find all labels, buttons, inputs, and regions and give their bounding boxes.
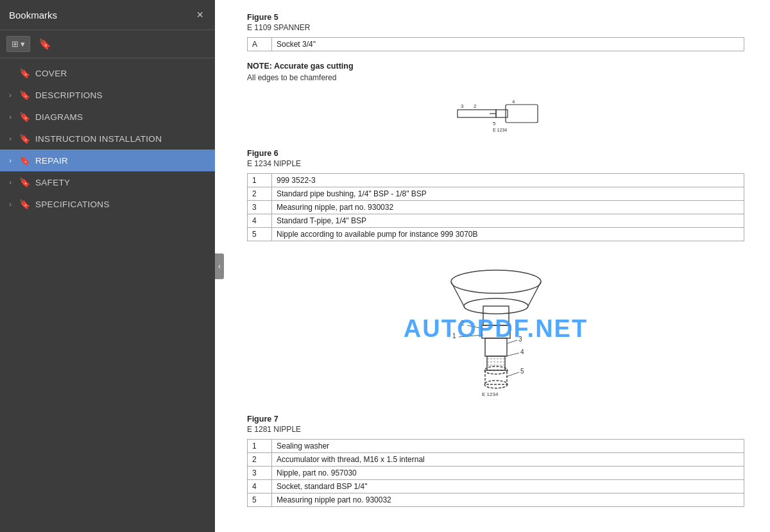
table-cell: 2 [248, 187, 272, 201]
bookmark-icon-cover: 🔖 [19, 68, 30, 78]
sidebar-close-button[interactable]: × [194, 8, 206, 22]
sidebar-item-specifications[interactable]: › 🔖 SPECIFICATIONS [0, 193, 215, 215]
sidebar-title: Bookmarks [9, 10, 57, 21]
svg-text:4: 4 [512, 99, 515, 105]
figure7-section: Figure 7 E 1281 NIPPLE 1 Sealing washer … [247, 415, 744, 507]
grid-icon: ⊞ [12, 39, 19, 49]
table-cell: A [248, 38, 272, 51]
svg-rect-1 [506, 105, 538, 123]
bookmark-icon-descriptions: 🔖 [19, 90, 30, 100]
table-row: 1 Sealing washer [248, 440, 744, 453]
table-cell: 2 [248, 453, 272, 467]
table-cell: 3 [248, 201, 272, 214]
figure7-title: Figure 7 [247, 415, 744, 424]
figure6-table: 1 999 3522-3 2 Standard pipe bushing, 1/… [247, 173, 744, 241]
sidebar-item-label-instruction: INSTRUCTION INSTALLATION [35, 134, 207, 144]
svg-rect-15 [485, 338, 507, 356]
svg-text:E 1234: E 1234 [482, 391, 499, 397]
collapse-arrow-icon: ‹ [218, 262, 221, 271]
chevron-repair: › [6, 157, 14, 164]
sidebar-header: Bookmarks × [0, 0, 215, 30]
sidebar-item-repair[interactable]: › 🔖 REPAIR [0, 150, 215, 171]
bookmark-icon-repair: 🔖 [19, 155, 30, 166]
table-cell: 1 [248, 174, 272, 187]
figure6-subtitle: E 1234 NIPPLE [247, 159, 744, 168]
table-cell: 999 3522-3 [272, 174, 744, 187]
table-cell: 3 [248, 467, 272, 480]
svg-rect-21 [485, 370, 507, 384]
svg-line-33 [506, 372, 519, 377]
figure6-title: Figure 6 [247, 149, 744, 158]
table-cell: Nipple according to available pump for i… [272, 228, 744, 241]
sidebar-item-diagrams[interactable]: › 🔖 DIAGRAMS [0, 106, 215, 128]
sidebar-item-safety[interactable]: › 🔖 SAFETY [0, 171, 215, 193]
sidebar-item-descriptions[interactable]: › 🔖 DESCRIPTIONS [0, 84, 215, 106]
table-row: 2 Accumulator with thread, M16 x 1.5 int… [248, 453, 744, 467]
table-row: 3 Measuring nipple, part no. 930032 [248, 201, 744, 214]
sidebar-item-label-repair: REPAIR [35, 156, 207, 166]
chevron-descriptions: › [6, 91, 14, 99]
table-cell: 4 [248, 214, 272, 228]
chevron-safety: › [6, 178, 14, 186]
table-cell: Socket, standard BSP 1/4" [272, 480, 744, 493]
chevron-instruction: › [6, 135, 14, 142]
sidebar-item-label-specifications: SPECIFICATIONS [35, 200, 207, 209]
svg-point-9 [451, 270, 541, 293]
sidebar-item-label-diagrams: DIAGRAMS [35, 112, 207, 122]
chevron-specifications: › [6, 200, 14, 208]
table-row: 4 Standard T-pipe, 1/4" BSP [248, 214, 744, 228]
sidebar-item-label-cover: COVER [35, 69, 207, 78]
sidebar-item-cover[interactable]: 🔖 COVER [0, 62, 215, 84]
svg-text:2: 2 [461, 320, 465, 327]
sidebar-view-button[interactable]: ⊞ ▾ [6, 36, 30, 52]
bookmark-icon: 🔖 [38, 39, 51, 49]
table-cell: Socket 3/4" [272, 38, 744, 51]
svg-text:3: 3 [518, 336, 522, 343]
table-cell: Standard T-pipe, 1/4" BSP [272, 214, 744, 228]
note-text: NOTE: Accurate gas cutting [247, 62, 744, 71]
figure6-section: Figure 6 E 1234 NIPPLE 1 999 3522-3 2 St… [247, 149, 744, 241]
figure5-svg: 3 2 4 5 E 1234 [454, 92, 544, 137]
nipple-diagram-svg: E 1234 2 1 3 4 5 [425, 255, 567, 402]
sidebar-collapse-handle[interactable]: ‹ [215, 253, 224, 279]
table-row: 3 Nipple, part no. 957030 [248, 467, 744, 480]
table-cell: 5 [248, 228, 272, 241]
table-cell: 5 [248, 493, 272, 507]
bookmark-icon-specifications: 🔖 [19, 199, 30, 209]
sidebar-item-label-safety: SAFETY [35, 178, 207, 187]
figure7-table: 1 Sealing washer 2 Accumulator with thre… [247, 439, 744, 507]
sidebar-item-instruction-installation[interactable]: › 🔖 INSTRUCTION INSTALLATION [0, 128, 215, 150]
table-cell: Measuring nipple, part no. 930032 [272, 201, 744, 214]
sidebar: Bookmarks × ⊞ ▾ 🔖 🔖 COVER › 🔖 DESCRIPTIO… [0, 0, 215, 532]
svg-line-25 [467, 325, 483, 329]
svg-text:E 1234: E 1234 [493, 128, 507, 132]
svg-text:5: 5 [520, 368, 524, 375]
table-cell: Standard pipe bushing, 1/4" BSP - 1/8" B… [272, 187, 744, 201]
svg-text:1: 1 [452, 332, 456, 339]
table-row: 5 Measuring nipple part no. 930032 [248, 493, 744, 507]
table-row: 4 Socket, standard BSP 1/4" [248, 480, 744, 493]
svg-line-31 [506, 353, 519, 356]
table-row: A Socket 3/4" [248, 38, 744, 51]
svg-rect-13 [483, 306, 509, 325]
figure5-subtitle: E 1109 SPANNER [247, 23, 744, 32]
note-subtext: All edges to be chamfered [247, 73, 744, 82]
figure5-table: A Socket 3/4" [247, 37, 744, 51]
svg-line-10 [451, 282, 464, 306]
svg-line-11 [528, 282, 541, 306]
svg-text:2: 2 [474, 103, 477, 109]
bookmark-icon-safety: 🔖 [19, 177, 30, 187]
figure5-diagram: 3 2 4 5 E 1234 [253, 89, 744, 140]
chevron-placeholder [6, 69, 14, 77]
sidebar-toolbar: ⊞ ▾ 🔖 [0, 30, 215, 58]
svg-text:4: 4 [520, 348, 524, 356]
table-cell: Nipple, part no. 957030 [272, 467, 744, 480]
figure5-title: Figure 5 [247, 13, 744, 22]
table-row: 2 Standard pipe bushing, 1/4" BSP - 1/8"… [248, 187, 744, 201]
svg-rect-16 [487, 356, 505, 370]
main-content[interactable]: Figure 5 E 1109 SPANNER A Socket 3/4" NO… [215, 0, 770, 532]
chevron-down-icon: ▾ [21, 39, 25, 49]
table-cell: Measuring nipple part no. 930032 [272, 493, 744, 507]
bookmark-icon-diagrams: 🔖 [19, 112, 30, 122]
sidebar-bookmark-button[interactable]: 🔖 [34, 35, 56, 53]
